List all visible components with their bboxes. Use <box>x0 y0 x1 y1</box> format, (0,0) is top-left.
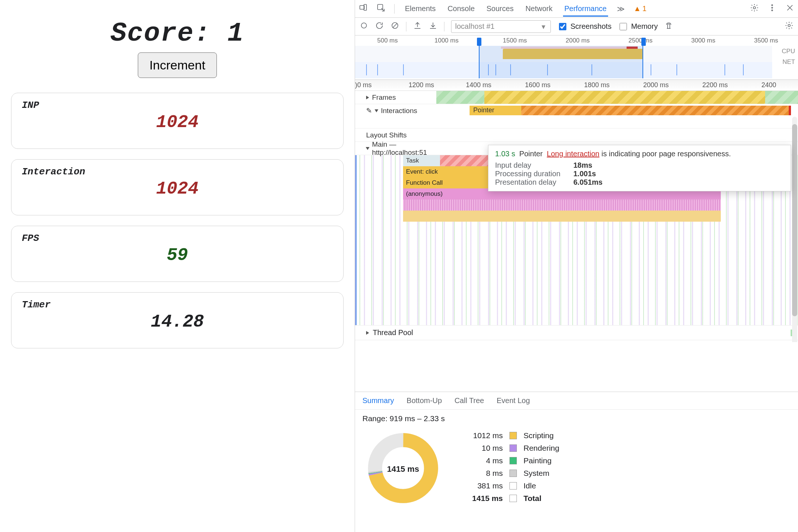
metric-label: Timer <box>22 299 333 310</box>
svg-point-4 <box>772 5 773 6</box>
tooltip-long-interaction-link[interactable]: Long interaction <box>547 150 599 158</box>
score-prefix: Score: <box>110 18 227 49</box>
bottom-panel: Summary Bottom-Up Call Tree Event Log Ra… <box>355 392 798 532</box>
svg-point-6 <box>772 10 773 11</box>
metric-value: 59 <box>22 245 333 265</box>
gc-icon[interactable] <box>664 21 673 32</box>
svg-point-7 <box>361 23 366 28</box>
pointer-long-block[interactable] <box>521 106 791 115</box>
record-icon[interactable] <box>359 21 368 32</box>
flamechart[interactable]: )0 ms 1200 ms 1400 ms 1600 ms 1800 ms 20… <box>355 80 798 342</box>
reload-record-icon[interactable] <box>375 21 384 32</box>
collapse-icon[interactable] <box>366 147 369 150</box>
track-label: Main — http://localhost:51 <box>372 140 436 157</box>
tab-sources[interactable]: Sources <box>485 1 515 17</box>
chevron-down-icon: ▾ <box>542 22 545 31</box>
compositor-track[interactable]: Compositor <box>355 340 798 342</box>
warnings-badge[interactable]: ▲ 1 <box>634 4 647 13</box>
devtools-panel: Elements Console Sources Network Perform… <box>355 0 798 532</box>
session-label: localhost #1 <box>455 22 495 31</box>
btab-summary[interactable]: Summary <box>362 396 394 405</box>
overview-timeline[interactable]: 500 ms 1000 ms 1500 ms 2000 ms 2500 ms 3… <box>355 35 798 80</box>
interactions-track[interactable]: ✎ Interactions Pointer <box>355 104 798 129</box>
btab-event-log[interactable]: Event Log <box>497 396 530 405</box>
summary-donut: 1415 ms <box>366 431 440 507</box>
more-tabs-icon[interactable]: ≫ <box>617 4 625 13</box>
memory-checkbox[interactable]: Memory <box>618 22 658 31</box>
screenshots-label: Screenshots <box>570 22 611 31</box>
screenshots-checkbox[interactable]: Screenshots <box>557 22 611 31</box>
svg-point-5 <box>772 7 773 8</box>
selection-handle-left-icon[interactable] <box>477 38 481 46</box>
page-under-test: Score: 1 Increment INP 1024 Interaction … <box>0 0 355 532</box>
clear-icon[interactable] <box>391 21 399 32</box>
track-label: Frames <box>372 93 396 102</box>
metric-card-inp: INP 1024 <box>11 93 344 149</box>
btab-bottom-up[interactable]: Bottom-Up <box>407 396 442 405</box>
thread-pool-track[interactable]: Thread Pool <box>355 325 798 340</box>
expand-icon[interactable] <box>366 96 369 99</box>
device-toolbar-icon[interactable] <box>359 3 368 14</box>
score-line: Score: 1 <box>11 18 344 49</box>
kebab-menu-icon[interactable] <box>768 3 777 14</box>
selection-handle-right-icon[interactable] <box>641 38 646 46</box>
flame-task[interactable]: Task <box>403 155 440 166</box>
tab-elements[interactable]: Elements <box>403 1 437 17</box>
separator <box>406 22 406 31</box>
settings-icon[interactable] <box>785 21 794 32</box>
tab-console[interactable]: Console <box>446 1 476 17</box>
pointer-label: Pointer <box>473 106 494 114</box>
overview-side-labels: CPU NET <box>782 46 795 67</box>
bottom-tabs: Summary Bottom-Up Call Tree Event Log <box>355 392 798 410</box>
scrollbar-thumb[interactable] <box>792 124 797 316</box>
tab-performance[interactable]: Performance <box>563 1 608 17</box>
metric-label: Interaction <box>22 166 333 177</box>
overview-selection[interactable] <box>479 46 643 78</box>
flame-yellow-row[interactable] <box>403 211 721 222</box>
track-label: Layout Shifts <box>355 131 436 139</box>
svg-point-3 <box>753 7 756 9</box>
perf-toolbar: localhost #1▾ Screenshots Memory <box>355 18 798 35</box>
tooltip-tail: is indicating poor page responsiveness. <box>599 150 731 158</box>
tooltip-time: 1.03 s <box>495 150 515 158</box>
interaction-tooltip: 1.03 s Pointer Long interaction is indic… <box>488 145 791 191</box>
flame-anon-stripe[interactable] <box>403 200 721 211</box>
metric-card-timer: Timer 14.28 <box>11 292 344 348</box>
collapse-icon[interactable] <box>375 109 378 112</box>
summary-legend: 1012 msScripting 10 msRendering 4 msPain… <box>462 431 559 503</box>
flame-ruler: )0 ms 1200 ms 1400 ms 1600 ms 1800 ms 20… <box>355 80 798 91</box>
flame-scrollbar[interactable] <box>792 117 797 342</box>
metric-card-fps: FPS 59 <box>11 226 344 282</box>
upload-icon[interactable] <box>413 21 422 32</box>
frames-track[interactable]: Frames <box>355 91 798 104</box>
tab-network[interactable]: Network <box>524 1 554 17</box>
tooltip-kind: Pointer <box>519 150 543 158</box>
download-icon[interactable] <box>429 21 437 32</box>
increment-button[interactable]: Increment <box>138 52 216 78</box>
expand-icon[interactable] <box>366 331 369 335</box>
settings-icon[interactable] <box>750 3 759 14</box>
summary-range: Range: 919 ms – 2.33 s <box>355 410 798 427</box>
overview-ruler: 500 ms 1000 ms 1500 ms 2000 ms 2500 ms 3… <box>355 35 798 46</box>
svg-point-9 <box>788 24 790 27</box>
metric-value: 14.28 <box>22 312 333 332</box>
separator <box>444 22 444 31</box>
devtools-tabbar: Elements Console Sources Network Perform… <box>355 0 798 18</box>
track-label: Thread Pool <box>373 328 413 337</box>
memory-label: Memory <box>631 22 658 31</box>
element-picker-icon[interactable] <box>376 3 385 14</box>
edit-icon[interactable]: ✎ <box>366 106 372 115</box>
metric-value: 1024 <box>22 112 333 132</box>
donut-center-label: 1415 ms <box>366 431 440 507</box>
btab-call-tree[interactable]: Call Tree <box>454 396 484 405</box>
overview-plot[interactable] <box>355 46 772 78</box>
session-selector[interactable]: localhost #1▾ <box>451 20 551 33</box>
score-value: 1 <box>228 18 244 49</box>
metric-card-interaction: Interaction 1024 <box>11 159 344 215</box>
metric-value: 1024 <box>22 179 333 199</box>
metric-label: FPS <box>22 233 333 244</box>
close-icon[interactable] <box>785 3 794 14</box>
track-label: Interactions <box>381 107 417 115</box>
metric-label: INP <box>22 100 333 111</box>
separator <box>394 4 395 14</box>
